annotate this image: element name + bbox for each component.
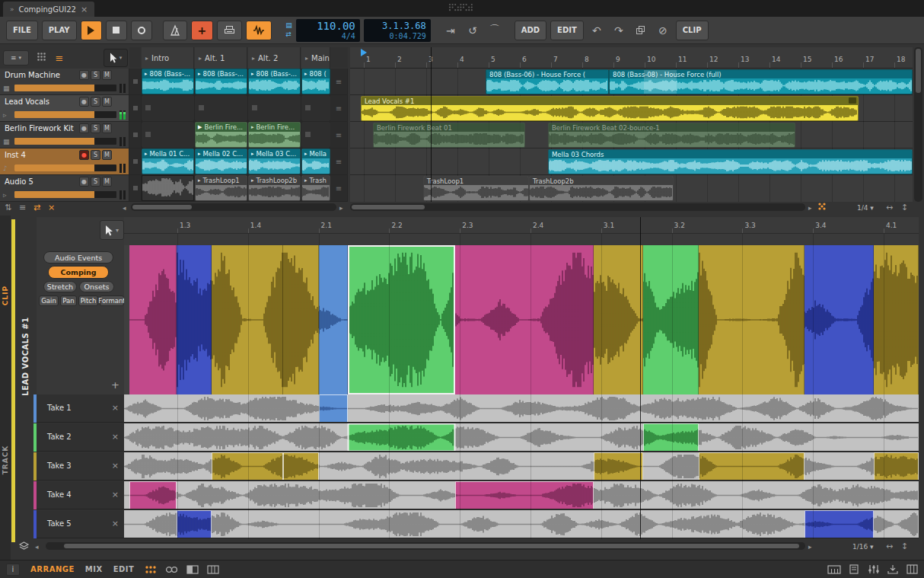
take-lane-take-1[interactable] [124,394,919,423]
browser-panel-icon[interactable] [906,564,918,574]
clip-play-icon[interactable]: ▸ [251,124,254,130]
play-button[interactable] [81,21,102,40]
clip-stop-button[interactable] [129,95,141,121]
onsets-button[interactable]: Onsets [79,281,114,292]
inbox-panel-icon[interactable] [887,564,898,574]
clip-slot-trashloop1[interactable]: ▸TrashLoop1 [195,175,247,201]
clip-menu-button[interactable]: CLIP [676,21,709,40]
arranger-scroll-right[interactable]: ▸ [808,204,812,212]
track-launcher-options[interactable]: ≡ [330,95,347,121]
clip-play-icon[interactable]: ▸ [198,71,201,77]
play-menu-button[interactable]: PLAY [42,21,77,40]
arranger-clip-mella-03-chords[interactable]: Mella 03 Chords [548,149,913,174]
undo-button[interactable]: ↶ [588,21,606,40]
layers-icon[interactable] [18,541,30,552]
comp-segment-take-3[interactable] [283,245,319,394]
launcher-list-icon[interactable]: ≡ [19,203,26,212]
controller-display-button[interactable] [217,21,242,40]
clip-slot-mella-01-c[interactable]: ▸Mella 01 C... [142,148,194,174]
comp-segment-take-3[interactable] [874,245,919,394]
project-tab[interactable]: » CompingGUI22 × [3,2,94,17]
clip-play-icon[interactable]: ▸ [251,71,254,77]
arranger-snap-value[interactable]: 1/4 ▾ [857,204,874,212]
clip-slot-mella-02-c[interactable]: ▸Mella 02 C... [195,148,247,174]
clip-play-icon[interactable]: ▸ [198,177,201,184]
take-lane-take-2[interactable] [124,423,919,452]
clip-play-icon[interactable]: ▸ [304,177,307,184]
cancel-button[interactable]: ⊘ [654,21,672,40]
notes-panel-icon[interactable] [849,564,859,574]
editor-scroll-right[interactable]: ▸ [808,543,812,551]
follow-playhead-button[interactable]: ⌒ [486,21,504,40]
zoom-h-fit-icon[interactable]: ↔ [886,203,893,212]
delete-take-icon[interactable]: × [112,432,119,442]
pitch-button[interactable]: Pitch [78,295,98,306]
clip-slot-berlin-fire[interactable]: ▸Berlin Fire... [248,122,301,148]
track-header-drum-machine[interactable]: Drum Machine●SM▦ [0,69,129,94]
arranger-tool-selector[interactable]: ▾ [104,49,128,67]
record-arm-button[interactable]: ● [79,123,89,133]
clip-play-icon[interactable]: ▸ [304,151,307,157]
add-lane-button[interactable]: + [111,379,119,391]
dual-view-icon[interactable] [186,565,199,574]
volume-slider[interactable] [14,138,116,145]
clip-stop-button[interactable] [129,122,141,148]
track-launcher-options[interactable]: ≡ [330,175,347,201]
launcher-sort-icon[interactable]: ⇅ [5,203,11,212]
comp-segment-take-3[interactable] [212,245,283,394]
redo-button[interactable]: ↷ [610,21,628,40]
solo-button[interactable]: S [91,123,100,133]
position-display[interactable]: 3.1.3.68 0:04.729 [364,19,431,42]
clip-slot-808-bass[interactable]: ▸808 (Bass-... [248,69,301,94]
playback-start-marker[interactable] [361,49,367,56]
clip-slot-808[interactable]: ▸808 ( [301,69,330,94]
arranger-clip-berlin-firework-beat-02-bounce-1[interactable]: Berlin Firework Beat 02-bounce-1 [548,123,795,148]
clip-slot-mella[interactable]: ▸Mella [301,148,330,174]
track-list-options-button[interactable]: ≡▾ [3,50,29,65]
comp-segment-take-5[interactable] [805,245,874,394]
crossfade-icon[interactable]: ⇄ [33,203,40,212]
midi-keyboard-icon[interactable] [827,565,841,574]
comping-button[interactable]: Comping [48,266,109,279]
scene-header-alt-2[interactable]: ▸Alt. 2 [248,47,301,69]
mute-button[interactable]: M [102,177,112,187]
editor-zoom-v-icon[interactable]: ↕ [901,541,908,551]
empty-clip-slot[interactable] [301,122,330,148]
link-icon[interactable] [165,565,178,574]
clip-slot-berlin-fire[interactable]: ▶Berlin Fire... [195,122,247,148]
volume-slider[interactable] [14,164,116,171]
arranger-clip-trashloop2b[interactable]: TrashLoop2b [529,176,674,201]
track-launcher-options[interactable]: ≡ [330,69,347,94]
editor-timeline-ruler[interactable]: 1.31.42.12.22.32.43.13.23.33.44.1 [124,217,919,234]
grid-view-icon[interactable] [37,52,49,64]
scene-header-intro[interactable]: ▸Intro [142,47,194,69]
delete-take-icon[interactable]: × [112,403,119,413]
editor-snap-value[interactable]: 1/16 ▾ [852,543,874,551]
track-launcher-options[interactable]: ≡ [330,148,347,174]
launcher-scroll-left[interactable]: ◂ [123,204,126,212]
track-header-berlin-firework-kit[interactable]: Berlin Firework Kit●SM▦ [0,122,129,148]
stretch-button[interactable]: Stretch [43,281,77,292]
mute-button[interactable]: M [102,123,112,133]
scene-play-icon[interactable]: ▸ [199,55,202,62]
arranger-hscrollbar[interactable] [350,203,805,211]
track-launcher-options[interactable]: ≡ [330,122,347,148]
scene-header-main[interactable]: ▸Main [301,47,330,69]
solo-button[interactable]: S [91,97,100,107]
tap-tempo-icons[interactable]: ▤⇄ [285,22,292,38]
clip-playing-icon[interactable]: ▶ [198,124,202,130]
piano-icon[interactable] [207,565,219,574]
clip-slot-trash[interactable]: ▸Trash [301,175,330,201]
gain-button[interactable]: Gain [39,295,59,306]
volume-slider[interactable] [14,85,116,91]
take-lane-take-5[interactable] [124,510,919,538]
mixer-panel-icon[interactable] [868,564,879,574]
close-tab-icon[interactable]: × [81,5,88,14]
scene-play-icon[interactable]: ▸ [305,55,308,62]
launcher-hscrollbar[interactable] [131,203,336,211]
scene-header-alt-1[interactable]: ▸Alt. 1 [195,47,247,69]
tab-clip[interactable]: CLIP [2,286,9,305]
arranger-vscrollbar[interactable] [914,47,922,202]
arranger-clip-808-bass-08-house-force-full[interactable]: 808 (Bass-08) - House Force (full) [609,69,913,94]
pads-icon[interactable] [145,565,157,574]
